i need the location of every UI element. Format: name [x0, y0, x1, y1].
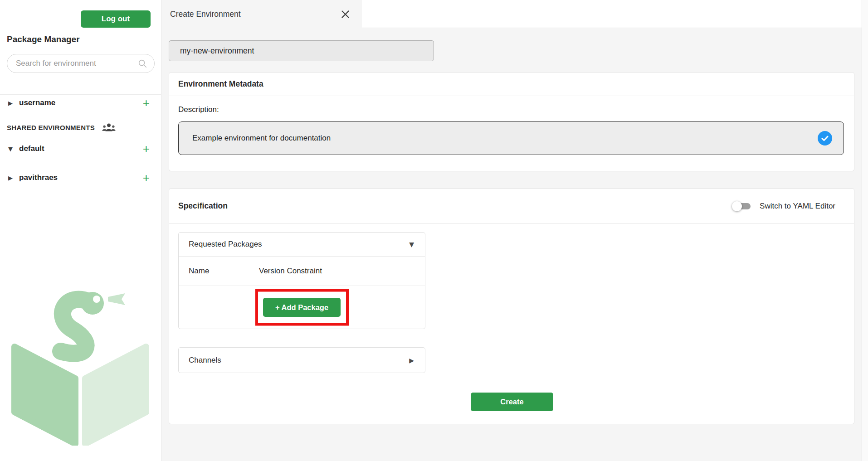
chevron-down-icon: ▼ — [409, 241, 414, 248]
description-textbox[interactable]: Example environment for documentation — [178, 121, 844, 155]
sidebar-divider — [0, 94, 161, 95]
yaml-toggle-group: Switch to YAML Editor — [732, 201, 835, 211]
yaml-toggle-label: Switch to YAML Editor — [760, 202, 835, 211]
metadata-body: Description: Example environment for doc… — [169, 96, 854, 155]
add-environment-button[interactable]: + — [143, 143, 150, 155]
collapse-arrow-icon[interactable]: ▼ — [8, 146, 19, 152]
description-label: Description: — [178, 105, 844, 114]
tree-item-label: username — [19, 98, 55, 107]
search-input[interactable] — [16, 59, 137, 68]
add-package-button[interactable]: + Add Package — [263, 298, 341, 317]
create-button[interactable]: Create — [471, 393, 553, 411]
metadata-title: Environment Metadata — [178, 79, 263, 89]
tab-bar: Create Environment — [161, 0, 868, 28]
add-environment-button[interactable]: + — [143, 172, 150, 184]
shared-environments-header: SHARED ENVIRONMENTS — [0, 120, 161, 135]
create-environment-form: Environment Metadata Description: Exampl… — [161, 28, 868, 461]
search-icon — [137, 58, 147, 68]
channels-accordion[interactable]: Channels ▶ — [178, 347, 425, 373]
description-value: Example environment for documentation — [192, 134, 818, 143]
close-icon — [341, 10, 350, 19]
scrollbar-gutter — [862, 0, 868, 461]
sidebar-item-username[interactable]: ▶ username + — [0, 95, 161, 111]
specification-card: Specification Switch to YAML Editor Requ… — [169, 188, 854, 424]
shared-environments-label: SHARED ENVIRONMENTS — [7, 124, 95, 131]
expand-arrow-icon[interactable]: ▶ — [8, 175, 19, 181]
add-environment-button[interactable]: + — [143, 97, 150, 109]
sidebar: Log out Package Manager ▶ username + SHA… — [0, 0, 161, 461]
toggle-knob[interactable] — [732, 201, 742, 211]
specification-card-header: Specification Switch to YAML Editor — [169, 189, 854, 224]
specification-body: Requested Packages ▼ Name Version Constr… — [169, 224, 854, 411]
packages-add-row: + Add Package — [179, 286, 425, 329]
tab-create-environment[interactable]: Create Environment — [161, 0, 362, 28]
chevron-right-icon: ▶ — [409, 357, 414, 364]
column-header-name: Name — [189, 267, 259, 276]
tab-title: Create Environment — [170, 10, 241, 19]
tree-item-label: pavithraes — [19, 173, 58, 182]
validation-check-badge — [818, 131, 832, 146]
environment-metadata-card: Environment Metadata Description: Exampl… — [169, 72, 854, 171]
requested-packages-header[interactable]: Requested Packages ▼ — [179, 233, 425, 257]
create-button-row: Create — [178, 373, 846, 411]
main-area: Create Environment Environment Metadata — [161, 0, 868, 461]
check-icon — [821, 136, 829, 141]
column-header-version-constraint: Version Constraint — [259, 267, 322, 276]
requested-packages-title: Requested Packages — [189, 240, 262, 249]
sidebar-item-pavithraes[interactable]: ▶ pavithraes + — [0, 170, 161, 185]
packages-table-header: Name Version Constraint — [179, 257, 425, 286]
metadata-card-header: Environment Metadata — [169, 73, 854, 96]
sidebar-item-default[interactable]: ▼ default + — [0, 141, 161, 156]
environment-name-input[interactable] — [169, 40, 434, 61]
groups-icon — [102, 122, 116, 132]
yaml-editor-toggle[interactable] — [732, 201, 752, 211]
requested-packages-accordion: Requested Packages ▼ Name Version Constr… — [178, 232, 425, 329]
channels-title: Channels — [189, 356, 221, 365]
specification-title: Specification — [178, 201, 228, 211]
expand-arrow-icon[interactable]: ▶ — [8, 100, 19, 107]
conda-store-logo — [11, 288, 150, 447]
tree-item-label: default — [19, 144, 44, 153]
environment-search-field[interactable] — [7, 54, 155, 73]
close-tab-button[interactable] — [340, 9, 351, 20]
package-manager-title: Package Manager — [7, 34, 80, 44]
logout-button[interactable]: Log out — [81, 10, 151, 28]
app-window: Log out Package Manager ▶ username + SHA… — [0, 0, 868, 461]
